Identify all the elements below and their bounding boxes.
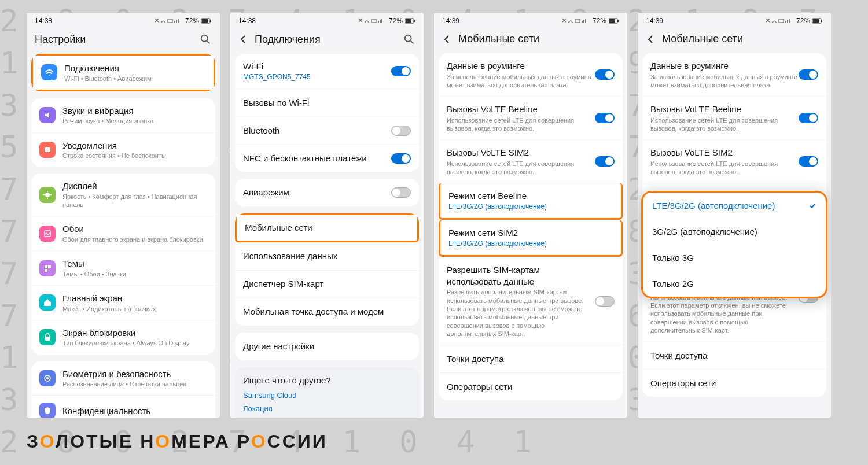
item-title: Обои [62,223,207,235]
toggle[interactable] [799,156,818,167]
themes-icon [39,260,56,276]
connections-item[interactable]: Авиарежим [235,179,419,206]
status-time: 14:38 [35,17,52,25]
settings-item[interactable]: ПодключенияWi-Fi • Bluetooth • Авиарежим [31,54,215,91]
mobile-network-item[interactable]: Режим сети BeelineLTE/3G/2G (автоподключ… [439,183,623,220]
item-description: Использование сетей LTE для совершения в… [447,116,595,133]
svg-rect-28 [821,20,822,22]
dropdown-option[interactable]: Только 3G [643,245,826,271]
svg-rect-6 [45,147,50,152]
mobile-network-item[interactable]: Разрешить SIM-картам использовать данные… [439,257,623,345]
mobile-network-item[interactable]: Вызовы VoLTE SIM2Использование сетей LTE… [642,139,826,183]
back-button[interactable] [238,34,249,45]
item-title: Главный экран [62,293,207,304]
svg-rect-3 [210,20,211,22]
dropdown-option[interactable]: Только 2G [643,271,826,297]
toggle[interactable] [391,126,411,136]
toggle[interactable] [391,153,411,164]
settings-item[interactable]: Главный экранМакет • Индикаторы на значк… [31,285,215,320]
connections-item[interactable]: Вызовы по Wi-Fi [235,88,419,116]
settings-item[interactable]: Звуки и вибрацияРежим звука • Мелодия зв… [31,98,215,132]
connections-item[interactable]: Диспетчер SIM-карт [235,270,419,298]
svg-point-14 [46,377,49,379]
sound-icon [39,107,56,123]
toggle[interactable] [595,296,615,307]
mobile-network-item[interactable]: Данные в роумингеЗа использование мобиль… [642,53,826,96]
wallpaper-icon [39,226,56,242]
mobile-network-item[interactable]: Точки доступа [642,341,826,369]
item-title: Вызовы VoLTE SIM2 [650,147,799,158]
mobile-network-item[interactable]: Вызовы VoLTE SIM2Использование сетей LTE… [439,139,623,183]
page-title: Подключения [255,34,403,46]
item-title: NFC и бесконтактные платежи [243,153,391,164]
connections-item[interactable]: Мобильная точка доступа и модем [235,298,419,326]
item-title: Вызовы по Wi-Fi [243,97,411,109]
network-mode-dropdown[interactable]: LTE/3G/2G (автоподключение)3G/2G (автопо… [641,191,827,298]
item-title: Операторы сети [650,378,818,389]
mobile-network-item[interactable]: Режим сети SIM2LTE/3G/2G (автоподключени… [439,220,623,257]
link-location[interactable]: Локация [243,404,411,413]
toggle[interactable] [799,69,818,80]
status-time: 14:38 [238,17,256,25]
settings-item[interactable]: УведомленияСтрока состояния • Не беспоко… [31,132,215,167]
item-title: Bluetooth [243,125,391,136]
settings-item[interactable]: Биометрия и безопасностьРаспознавание ли… [31,361,215,396]
item-description: За использование мобильных данных в роум… [447,73,595,90]
search-icon[interactable] [199,33,212,46]
connections-item[interactable]: Bluetooth [235,116,419,144]
item-title: Диспетчер SIM-карт [243,278,411,290]
toggle[interactable] [595,113,615,123]
item-subtitle: Тип блокировки экрана • Always On Displa… [62,339,207,347]
mobile-network-item[interactable]: Точки доступа [439,345,623,372]
settings-item[interactable]: ДисплейЯркость • Комфорт для глаз • Нави… [31,174,215,216]
item-value: LTE/3G/2G (автоподключение) [448,239,613,249]
notif-icon [39,142,56,158]
connections-item[interactable]: Другие настройки [235,333,419,360]
item-subtitle: Распознавание лица • Отпечатки пальцев [62,380,207,388]
svg-rect-11 [45,269,47,272]
dropdown-option[interactable]: 3G/2G (автоподключение) [643,219,826,245]
item-title: Подключения [64,62,205,74]
link-samsung-cloud[interactable]: Samsung Cloud [243,391,411,400]
search-icon[interactable] [403,33,415,46]
svg-rect-25 [779,19,784,23]
settings-item[interactable]: Экран блокировкиТип блокировки экрана • … [31,320,215,355]
toggle[interactable] [391,66,411,76]
connections-item[interactable]: Использование данных [235,242,419,270]
item-value: LTE/3G/2G (автоподключение) [448,202,613,212]
settings-item[interactable]: ОбоиОбои для главного экрана и экрана бл… [31,216,215,250]
item-title: Дисплей [62,180,207,192]
toggle[interactable] [595,69,615,80]
status-icons: 72% [154,17,212,25]
settings-item[interactable]: ТемыТемы • Обои • Значки [31,250,215,285]
item-description: Использование сетей LTE для совершения в… [650,116,799,133]
mobile-network-item[interactable]: Операторы сети [642,369,826,397]
mobile-network-item[interactable]: Данные в роумингеЗа использование мобиль… [439,53,623,96]
item-title: Конфиденциальность [62,405,207,417]
item-description: Использование сетей LTE для совершения в… [650,160,799,176]
connections-item[interactable]: NFC и бесконтактные платежи [235,144,419,172]
item-title: Звуки и вибрация [62,105,207,117]
item-title: Мобильные сети [245,222,409,234]
mobile-network-item[interactable]: Вызовы VoLTE BeelineИспользование сетей … [642,96,826,139]
svg-point-4 [201,35,208,42]
svg-rect-12 [45,337,50,341]
connections-item[interactable]: Мобильные сети [235,213,419,242]
settings-item[interactable]: Конфиденциальность [31,395,215,418]
connections-item[interactable]: Wi-FiMGTS_GPON5_7745 [235,54,419,88]
dropdown-option[interactable]: LTE/3G/2G (автоподключение) [643,193,826,219]
home-icon [39,294,56,311]
toggle[interactable] [799,113,818,123]
bio-icon [39,370,56,386]
back-button[interactable] [442,34,453,45]
mobile-network-item[interactable]: Операторы сети [439,372,623,400]
page-title: Мобильные сети [662,33,823,45]
svg-rect-21 [575,19,580,23]
toggle[interactable] [595,156,615,167]
item-title: Экран блокировки [62,327,207,339]
screen-mobile-networks: 14:3972% Мобильные сети Данные в роуминг… [434,13,627,418]
toggle[interactable] [391,187,411,198]
mobile-network-item[interactable]: Вызовы VoLTE BeelineИспользование сетей … [439,96,623,139]
svg-point-19 [405,35,411,42]
back-button[interactable] [646,34,656,45]
